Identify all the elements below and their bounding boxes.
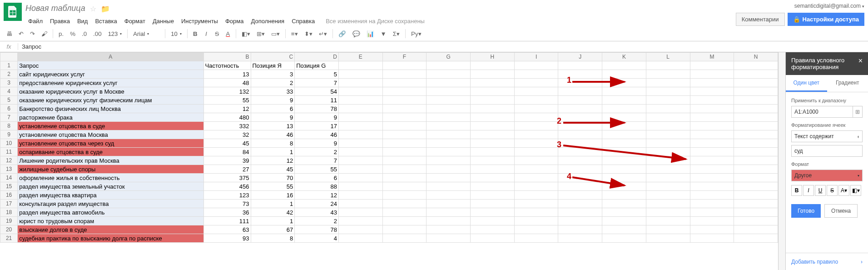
cell[interactable]	[514, 113, 558, 122]
cell[interactable]	[427, 139, 471, 148]
link-icon[interactable]: 🔗	[336, 28, 349, 39]
cell[interactable]: 3	[251, 70, 295, 79]
italic-icon[interactable]: I	[201, 28, 211, 39]
tab-gradient[interactable]: Градиент	[827, 75, 868, 92]
menu-addons[interactable]: Дополнения	[248, 16, 287, 26]
cell[interactable]	[471, 87, 515, 96]
cell[interactable]	[338, 225, 382, 234]
cell[interactable]: судебная практика по взысканию долга по …	[18, 234, 203, 243]
cell[interactable]	[382, 113, 427, 122]
cell[interactable]	[338, 113, 382, 122]
cell[interactable]: 27	[203, 165, 251, 174]
cell[interactable]	[734, 234, 778, 243]
cell[interactable]: 9	[251, 96, 295, 105]
cell[interactable]	[558, 208, 602, 217]
cell[interactable]	[514, 174, 558, 182]
cell[interactable]: установление отцовства в суде	[18, 122, 203, 130]
row-header[interactable]: 7	[0, 113, 18, 122]
strike-icon[interactable]: S	[212, 28, 222, 39]
cell[interactable]	[690, 182, 734, 191]
cell[interactable]	[427, 208, 471, 217]
col-header[interactable]: E	[338, 53, 382, 61]
cell[interactable]	[382, 200, 427, 208]
cell[interactable]	[338, 61, 382, 70]
cell[interactable]: 5	[295, 70, 339, 79]
cell[interactable]	[427, 174, 471, 182]
cell[interactable]: сайт юридических услуг	[18, 70, 203, 79]
percent-button[interactable]: %	[67, 28, 78, 39]
cell[interactable]	[338, 130, 382, 139]
cell[interactable]: 6	[295, 174, 339, 182]
cell[interactable]	[734, 165, 778, 174]
cell[interactable]	[690, 217, 734, 225]
cell[interactable]	[382, 61, 427, 70]
row-header[interactable]: 4	[0, 87, 18, 96]
menu-file[interactable]: Файл	[25, 16, 45, 26]
textcolor-icon[interactable]: A	[223, 28, 233, 39]
cell[interactable]: 9	[251, 113, 295, 122]
comments-button[interactable]: Комментарии	[736, 13, 785, 26]
cell[interactable]: 7	[295, 156, 339, 165]
comment-icon[interactable]: 💬	[350, 28, 363, 39]
cell[interactable]	[514, 182, 558, 191]
cell[interactable]: 46	[251, 130, 295, 139]
col-header[interactable]: F	[382, 53, 427, 61]
chart-icon[interactable]: 📊	[364, 28, 377, 39]
cell[interactable]: 1	[251, 200, 295, 208]
cell[interactable]: 42	[251, 208, 295, 217]
cell[interactable]	[690, 96, 734, 105]
cell[interactable]	[514, 122, 558, 130]
cell[interactable]	[427, 96, 471, 105]
cell[interactable]	[514, 217, 558, 225]
cell[interactable]	[427, 200, 471, 208]
cell[interactable]	[734, 191, 778, 200]
cell[interactable]	[602, 61, 646, 70]
cell[interactable]	[514, 200, 558, 208]
cell[interactable]: Частотность	[203, 61, 251, 70]
vertical-scrollbar[interactable]	[778, 52, 785, 270]
cell[interactable]: 456	[203, 182, 251, 191]
cell[interactable]	[427, 70, 471, 79]
cell[interactable]	[514, 156, 558, 165]
row-header[interactable]: 5	[0, 96, 18, 105]
cell[interactable]	[338, 182, 382, 191]
col-header[interactable]: L	[646, 53, 690, 61]
print-icon[interactable]: 🖶	[4, 28, 15, 39]
cell[interactable]	[471, 70, 515, 79]
cell[interactable]	[734, 148, 778, 156]
cell[interactable]	[338, 191, 382, 200]
paint-icon[interactable]: 🖌	[39, 28, 50, 39]
col-header[interactable]: I	[514, 53, 558, 61]
cell[interactable]: 111	[203, 217, 251, 225]
cell[interactable]	[646, 87, 690, 96]
cell[interactable]	[514, 70, 558, 79]
cell[interactable]	[690, 130, 734, 139]
cell[interactable]: консультация раздел имущества	[18, 200, 203, 208]
row-header[interactable]: 18	[0, 208, 18, 217]
cell[interactable]	[734, 96, 778, 105]
cell[interactable]: Позиция Я	[251, 61, 295, 70]
cell[interactable]	[690, 122, 734, 130]
cell[interactable]: 32	[203, 130, 251, 139]
cell[interactable]	[734, 87, 778, 96]
cell[interactable]	[471, 139, 515, 148]
menu-data[interactable]: Данные	[150, 16, 177, 26]
cell[interactable]	[734, 182, 778, 191]
underline-btn[interactable]: U	[815, 185, 826, 196]
cell[interactable]	[602, 217, 646, 225]
cell[interactable]: 480	[203, 113, 251, 122]
cell[interactable]	[514, 130, 558, 139]
cell[interactable]	[382, 217, 427, 225]
cell[interactable]: 63	[203, 225, 251, 234]
cell[interactable]: 17	[295, 122, 339, 130]
cell[interactable]: 9	[295, 113, 339, 122]
cell[interactable]	[338, 122, 382, 130]
cell[interactable]	[514, 148, 558, 156]
cell[interactable]	[338, 139, 382, 148]
cell[interactable]	[471, 79, 515, 87]
cell[interactable]	[338, 156, 382, 165]
cell[interactable]: 73	[203, 200, 251, 208]
cell[interactable]	[427, 87, 471, 96]
cell[interactable]	[471, 174, 515, 182]
user-email[interactable]: semanticdigital@gmail.com	[736, 3, 864, 9]
